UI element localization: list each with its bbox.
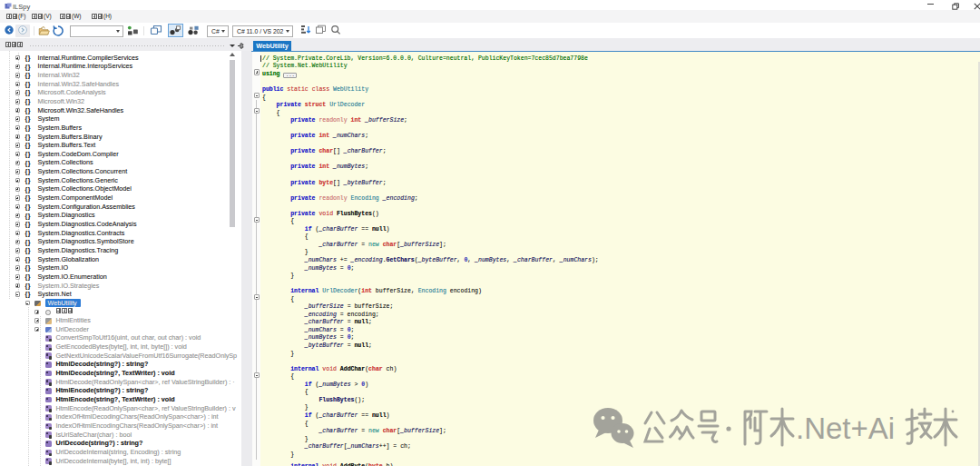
svg-text:.Net+Ai: .Net+Ai (796, 411, 895, 445)
